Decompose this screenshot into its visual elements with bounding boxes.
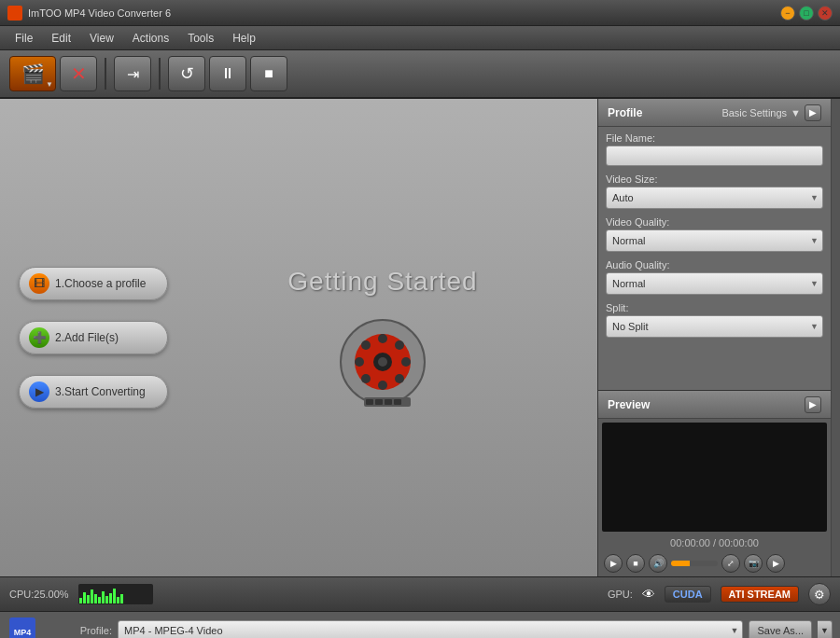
save-as-dropdown-button[interactable]: ▼ (818, 620, 833, 638)
menu-view[interactable]: View (80, 29, 123, 48)
steps: 🎞 1.Choose a profile ➕ 2.Add File(s) ▶ 3… (19, 267, 168, 409)
move-button[interactable]: ⇥ (114, 56, 151, 91)
right-area: Profile Basic Settings ▼ ▶ File Name: (597, 99, 840, 576)
basic-settings-label: Basic Settings (721, 107, 787, 118)
svg-rect-16 (394, 399, 401, 405)
stop-button[interactable]: ■ (250, 56, 287, 91)
menu-edit[interactable]: Edit (42, 29, 80, 48)
file-name-label: File Name: (606, 132, 823, 144)
start-converting-button[interactable]: ▶ 3.Start Converting (19, 375, 168, 409)
audio-quality-group: Audio Quality: Normal Low High (606, 259, 823, 295)
svg-point-6 (355, 357, 364, 367)
gpu-settings-button[interactable]: ⚙ (808, 583, 831, 605)
svg-text:MP4: MP4 (14, 628, 32, 637)
svg-rect-15 (385, 399, 392, 405)
svg-rect-14 (375, 399, 383, 405)
close-button[interactable]: ✕ (818, 6, 833, 21)
video-size-label: Video Size: (606, 173, 823, 185)
preview-controls: ▶ ■ 🔊 ⤢ 📷 ▶ (598, 550, 831, 576)
cpu-bar-7 (102, 591, 105, 603)
toolbar-separator-2 (159, 58, 161, 90)
preview-header: Preview ▶ (598, 391, 831, 419)
file-name-input[interactable] (606, 146, 823, 166)
app-icon (7, 6, 22, 21)
ati-stream-button[interactable]: ATI STREAM (721, 586, 799, 603)
refresh-button[interactable]: ↺ (168, 56, 205, 91)
pause-button[interactable]: ⏸ (209, 56, 246, 91)
profile-settings-content: File Name: Video Size: Auto 320x240 640x… (598, 127, 831, 390)
preview-volume-button[interactable]: 🔊 (649, 554, 667, 573)
split-label: Split: (606, 302, 823, 313)
preview-title: Preview (608, 398, 650, 411)
preview-expand-button[interactable]: ▶ (805, 396, 821, 413)
add-file-button[interactable]: 🎬 ▼ (9, 56, 56, 91)
menu-help[interactable]: Help (223, 29, 265, 48)
add-files-button[interactable]: ➕ 2.Add File(s) (19, 321, 168, 354)
video-quality-select[interactable]: Normal Low High (606, 229, 823, 252)
save-as-button[interactable]: Save As... (749, 620, 812, 638)
mp4-file-icon: MP4 (7, 616, 37, 638)
cpu-bar-5 (94, 594, 97, 603)
audio-quality-select[interactable]: Normal Low High (606, 272, 823, 295)
settings-dropdown-icon: ▼ (791, 107, 801, 118)
start-converting-icon: ▶ (29, 381, 49, 402)
choose-profile-button[interactable]: 🎞 1.Choose a profile (19, 267, 168, 300)
gpu-eye-icon: 👁 (642, 587, 655, 602)
preview-stop-button[interactable]: ■ (626, 554, 645, 573)
preview-section: Preview ▶ 00:00:00 / 00:00:00 ▶ ■ 🔊 ⤢ 📷 … (598, 390, 831, 576)
right-panel: Profile Basic Settings ▼ ▶ File Name: (597, 99, 831, 576)
gpu-bar: CPU:25.00% GPU: 👁 CUDA ATI STREAM ⚙ (0, 576, 840, 612)
preview-snapshot-button[interactable]: 📷 (744, 554, 763, 573)
cpu-bar-8 (105, 596, 108, 603)
app-title: ImTOO MP4 Video Converter 6 (28, 7, 780, 19)
video-size-select[interactable]: Auto 320x240 640x480 1280x720 (606, 187, 823, 209)
preview-time: 00:00:00 / 00:00:00 (598, 535, 831, 550)
add-files-icon: ➕ (29, 327, 49, 348)
profile-title: Profile (608, 106, 642, 119)
cpu-usage-text: CPU:25.00% (9, 589, 69, 600)
volume-slider[interactable] (671, 561, 718, 566)
choose-profile-label: 1.Choose a profile (55, 277, 146, 290)
profile-expand-button[interactable]: ▶ (805, 104, 821, 121)
audio-quality-select-wrapper: Normal Low High (606, 272, 823, 295)
svg-point-10 (395, 340, 404, 350)
cpu-bar-12 (120, 594, 123, 603)
cpu-bar-9 (109, 593, 112, 603)
profile-destination-bar: MP4 Profile: MP4 - MPEG-4 Video AVI MOV … (0, 612, 840, 638)
file-name-group: File Name: (606, 132, 823, 166)
add-dropdown-arrow[interactable]: ▼ (46, 80, 53, 89)
svg-point-8 (361, 340, 371, 350)
split-select[interactable]: No Split By Size By Duration (606, 315, 823, 338)
cpu-bar-6 (98, 597, 101, 603)
cuda-button[interactable]: CUDA (665, 586, 711, 603)
menu-actions[interactable]: Actions (123, 29, 178, 48)
delete-button[interactable]: ✕ (60, 56, 97, 91)
add-files-label: 2.Add File(s) (55, 331, 119, 344)
cpu-bar-11 (117, 597, 119, 603)
cpu-bar-3 (87, 595, 90, 603)
cpu-bar-2 (83, 592, 86, 603)
video-size-group: Video Size: Auto 320x240 640x480 1280x72… (606, 173, 823, 209)
svg-rect-13 (366, 399, 373, 405)
minimize-button[interactable]: − (780, 6, 795, 21)
svg-point-3 (378, 357, 387, 367)
cpu-bar-4 (91, 589, 93, 603)
film-reel-icon (336, 315, 429, 409)
maximize-button[interactable]: □ (799, 6, 814, 21)
profile-select[interactable]: MP4 - MPEG-4 Video AVI MOV (118, 620, 743, 638)
toolbar-separator-1 (105, 58, 106, 90)
preview-fullscreen-button[interactable]: ⤢ (721, 554, 740, 573)
video-size-select-wrapper: Auto 320x240 640x480 1280x720 (606, 187, 823, 209)
profile-header: Profile Basic Settings ▼ ▶ (598, 99, 831, 127)
svg-point-11 (361, 374, 371, 383)
menu-file[interactable]: File (6, 29, 42, 48)
right-scrollbar[interactable] (831, 99, 840, 576)
gpu-label: GPU: (608, 589, 633, 600)
preview-settings-button[interactable]: ▶ (766, 554, 785, 573)
cpu-graph (78, 584, 153, 604)
getting-started-text: Getting Started (287, 267, 477, 297)
svg-point-7 (401, 357, 411, 367)
preview-play-button[interactable]: ▶ (604, 554, 623, 573)
profile-select-wrap: MP4 - MPEG-4 Video AVI MOV (118, 620, 743, 638)
menu-tools[interactable]: Tools (178, 29, 223, 48)
